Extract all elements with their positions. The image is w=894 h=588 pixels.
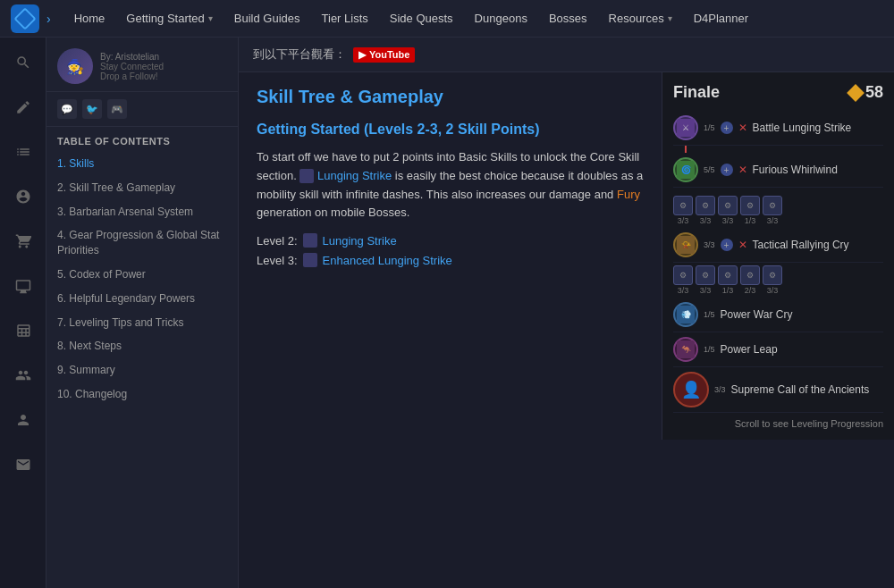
- video-text: 到以下平台觀看：: [253, 46, 346, 63]
- top-navigation: › Home Getting Started ▾ Build Guides Ti…: [0, 0, 894, 38]
- connector-1: [685, 146, 687, 153]
- skill-node-circle-3: 📯: [673, 232, 698, 257]
- skill-x-btn-2[interactable]: ✕: [738, 164, 747, 176]
- toc-item-5[interactable]: 5. Codex of Power: [57, 263, 227, 287]
- toc-item-10[interactable]: 10. Changelog: [57, 382, 227, 407]
- edit-icon-btn[interactable]: [9, 93, 38, 122]
- fraction-row-1: ⚙ 3/3 ⚙ 3/3 ⚙ 3/3 ⚙ 1/3: [673, 193, 883, 228]
- mini-icon-2[interactable]: ⚙: [696, 196, 715, 215]
- toc-item-4[interactable]: 4. Gear Progression & Global Stat Priori…: [57, 223, 227, 263]
- nav-items: Home Getting Started ▾ Build Guides Tier…: [65, 8, 883, 29]
- twitch-icon[interactable]: 🎮: [107, 99, 127, 119]
- skill-plus-btn-1[interactable]: +: [721, 122, 733, 134]
- nav-build-guides[interactable]: Build Guides: [225, 8, 309, 29]
- nav-resources[interactable]: Resources ▾: [600, 8, 681, 29]
- skill-tree-panel: Finale 58 ⚔ 1/5 + ✕ Battle: [662, 72, 894, 440]
- article-content: Skill Tree & Gameplay Getting Started (L…: [239, 72, 662, 440]
- skill-row-5: 🦘 1/5 Power Leap: [673, 332, 883, 367]
- level2-skill-icon: [303, 233, 317, 248]
- nav-d4planner[interactable]: D4Planner: [685, 8, 757, 29]
- nav-dungeons[interactable]: Dungeons: [466, 8, 536, 29]
- discord-icon[interactable]: 💬: [57, 99, 77, 119]
- group-icon-btn[interactable]: [9, 361, 38, 390]
- level2-label: Level 2:: [257, 234, 298, 248]
- skill-row-6: 👤 3/3 Supreme Call of the Ancients: [673, 367, 883, 413]
- toc-item-2[interactable]: 2. Skill Tree & Gameplay: [57, 176, 227, 200]
- level3-label: Level 3:: [257, 254, 298, 267]
- skill-x-btn-1[interactable]: ✕: [738, 122, 747, 134]
- list-icon-btn[interactable]: [9, 138, 38, 166]
- monitor-icon-btn[interactable]: [9, 272, 38, 300]
- icon-sidebar: [0, 38, 46, 588]
- skill-name-5: Power Leap: [721, 343, 883, 356]
- social-icons-row: 💬 🐦 🎮: [46, 92, 238, 127]
- level3-skill-link[interactable]: Enhanced Lunging Strike: [323, 254, 452, 267]
- toc-item-7[interactable]: 7. Leveling Tips and Tricks: [57, 311, 227, 335]
- nav-tier-lists[interactable]: Tier Lists: [313, 8, 377, 29]
- fury-text: Fury: [617, 188, 640, 201]
- level2-skill-link[interactable]: Lunging Strike: [323, 234, 397, 248]
- author-block: 🧙 By: Aristotelian Stay Connected Drop a…: [46, 38, 238, 92]
- toc-item-8[interactable]: 8. Next Steps: [57, 334, 227, 358]
- mail-icon-btn[interactable]: [9, 450, 38, 479]
- skill-node-circle-6: 👤: [673, 372, 709, 407]
- video-bar: 到以下平台觀看： ▶ YouTube: [239, 38, 894, 72]
- skill-name-1: Battle Lunging Strike: [753, 122, 883, 134]
- skill-plus-btn-2[interactable]: +: [721, 164, 733, 176]
- person-icon-btn[interactable]: [9, 406, 38, 434]
- table-icon-btn[interactable]: [9, 316, 38, 345]
- nav-home[interactable]: Home: [65, 8, 114, 29]
- cart-icon-btn[interactable]: [9, 227, 38, 256]
- level3-skill-icon: [303, 253, 317, 267]
- search-icon-btn[interactable]: [9, 48, 38, 77]
- level2-line: Level 2: Lunging Strike: [257, 233, 644, 248]
- panel-header: Finale 58: [673, 83, 883, 102]
- mini-icon-10[interactable]: ⚙: [763, 265, 782, 285]
- skill-x-btn-3[interactable]: ✕: [738, 239, 747, 251]
- score-diamond-icon: [847, 84, 864, 102]
- level3-line: Level 3: Enhanced Lunging Strike: [257, 253, 644, 267]
- mini-icon-3[interactable]: ⚙: [718, 196, 738, 215]
- mini-icon-9[interactable]: ⚙: [740, 265, 760, 285]
- skill-row-2: 🌀 5/5 + ✕ Furious Whirlwind: [673, 153, 883, 188]
- nav-bosses[interactable]: Bosses: [540, 8, 596, 29]
- content-area: 到以下平台觀看： ▶ YouTube Skill Tree & Gameplay…: [239, 38, 894, 588]
- skill-row-1: ⚔ 1/5 + ✕ Battle Lunging Strike: [673, 111, 883, 146]
- toc-item-1[interactable]: 1. Skills: [57, 152, 227, 176]
- mini-icon-8[interactable]: ⚙: [718, 265, 738, 285]
- lunging-strike-inline-icon: [299, 169, 314, 183]
- toc-items-list: 1. Skills 2. Skill Tree & Gameplay 3. Ba…: [46, 152, 238, 417]
- content-inner: Skill Tree & Gameplay Getting Started (L…: [239, 72, 894, 440]
- toc-sidebar: 🧙 By: Aristotelian Stay Connected Drop a…: [46, 38, 239, 588]
- nav-getting-started[interactable]: Getting Started ▾: [117, 8, 221, 29]
- twitter-icon[interactable]: 🐦: [82, 99, 102, 119]
- logo-chevron: ›: [46, 12, 51, 26]
- badge-icon-btn[interactable]: [9, 182, 38, 211]
- skill-name-3: Tactical Rallying Cry: [753, 239, 883, 251]
- toc-item-6[interactable]: 6. Helpful Legendary Powers: [57, 287, 227, 311]
- toc-header: TABLE OF CONTENTS: [46, 127, 238, 152]
- site-logo[interactable]: [11, 4, 39, 33]
- skill-name-4: Power War Cry: [721, 308, 883, 321]
- lunging-strike-link[interactable]: Lunging Strike: [317, 167, 392, 186]
- author-avatar: 🧙: [57, 48, 93, 84]
- mini-icon-1[interactable]: ⚙: [673, 196, 693, 215]
- mini-icon-4[interactable]: ⚙: [740, 196, 760, 215]
- mini-icon-7[interactable]: ⚙: [696, 265, 715, 285]
- subsection-title: Getting Started (Levels 2-3, 2 Skill Poi…: [257, 122, 644, 138]
- skill-plus-btn-3[interactable]: +: [721, 239, 733, 251]
- panel-score-value: 58: [865, 83, 883, 102]
- skill-row-4: 💨 1/5 Power War Cry: [673, 298, 883, 332]
- panel-score: 58: [849, 83, 883, 102]
- nav-side-quests[interactable]: Side Quests: [381, 8, 462, 29]
- mini-icon-5[interactable]: ⚙: [763, 196, 782, 215]
- skill-name-6: Supreme Call of the Ancients: [731, 383, 883, 396]
- toc-item-9[interactable]: 9. Summary: [57, 358, 227, 382]
- fraction-row-2: ⚙ 3/3 ⚙ 3/3 ⚙ 1/3 ⚙ 2/3: [673, 263, 883, 298]
- panel-title: Finale: [673, 83, 720, 102]
- mini-icon-6[interactable]: ⚙: [673, 265, 693, 285]
- skill-node-circle-2: 🌀: [673, 157, 698, 182]
- youtube-badge[interactable]: ▶ YouTube: [353, 47, 415, 63]
- toc-item-3[interactable]: 3. Barbarian Arsenal System: [57, 200, 227, 224]
- author-info: By: Aristotelian Stay Connected Drop a F…: [100, 52, 164, 81]
